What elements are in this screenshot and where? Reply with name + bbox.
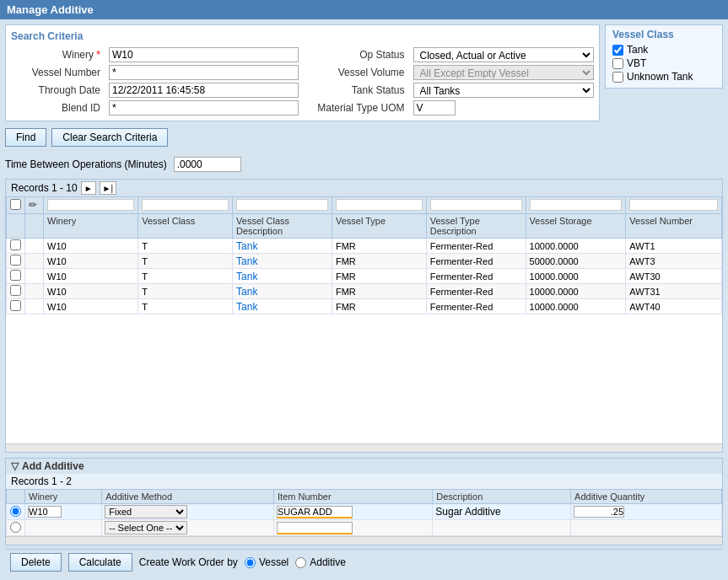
- tank-status-select[interactable]: All Tanks Active Tanks: [413, 83, 595, 98]
- filter-row: ✏: [7, 197, 722, 214]
- records-count-label: Records 1 - 10: [11, 182, 78, 194]
- find-button[interactable]: Find: [5, 128, 46, 147]
- additive-row: Fixed -- Select One -- Sugar Additive: [7, 504, 722, 520]
- blend-id-label: Blend ID: [11, 102, 104, 114]
- vessel-class-desc-link[interactable]: Tank: [236, 286, 257, 298]
- column-header-row: Winery Vessel Class Vessel Class Descrip…: [7, 214, 722, 239]
- filter-vessel-class[interactable]: [142, 199, 229, 211]
- vessel-volume-label: Vessel Volume: [307, 67, 408, 78]
- vessel-volume-select[interactable]: All Except Empty Vessel All Vessels: [413, 65, 595, 80]
- winery-label: Winery *: [11, 49, 104, 61]
- unknown-tank-checkbox[interactable]: [612, 72, 623, 83]
- additive-tbody: Fixed -- Select One -- Sugar Additive: [7, 504, 722, 536]
- table-row: W10 T Tank FMR Fermenter-Red 10000.0000 …: [7, 299, 722, 314]
- records-header: Records 1 - 10 ► ►|: [6, 180, 722, 196]
- time-between-ops-label: Time Between Operations (Minutes): [5, 158, 167, 170]
- col-vessel-type: Vessel Type: [332, 214, 426, 239]
- material-type-uom-label: Material Type UOM: [307, 102, 408, 114]
- additive-radio[interactable]: [295, 557, 306, 568]
- create-work-order-label: Create Work Order by: [139, 556, 238, 568]
- additive-description: Sugar Additive: [435, 506, 500, 518]
- vessel-radio-label: Vessel: [259, 556, 289, 568]
- additive-winery-input[interactable]: [28, 506, 62, 518]
- vessel-class-desc-link[interactable]: Tank: [236, 240, 257, 252]
- winery-input[interactable]: [109, 47, 299, 62]
- additive-col-winery: Winery: [25, 490, 102, 504]
- filter-vessel-class-desc[interactable]: [236, 199, 328, 211]
- additive-radio-group: Additive: [295, 556, 346, 568]
- next-page-button[interactable]: ►: [81, 181, 96, 195]
- button-row: Find Clear Search Criteria: [5, 125, 723, 150]
- additive-item-number-input[interactable]: [277, 506, 353, 518]
- additive-col-quantity: Additive Quantity: [571, 490, 722, 504]
- through-date-label: Through Date: [11, 84, 104, 96]
- vessel-number-input[interactable]: [109, 65, 299, 80]
- page-title: Manage Additive: [0, 0, 728, 19]
- col-vessel-class-desc: Vessel Class Description: [233, 214, 332, 239]
- additive-table: Winery Additive Method Item Number Descr…: [6, 489, 722, 536]
- additive-horizontal-scrollbar[interactable]: [6, 536, 722, 545]
- vessel-class-desc-link[interactable]: Tank: [236, 271, 257, 282]
- vessel-class-vbt-row: VBT: [612, 57, 715, 69]
- additive-new-item-input[interactable]: [277, 522, 353, 534]
- add-additive-section: ▽ Add Additive Records 1 - 2 Winery Addi…: [5, 458, 723, 545]
- blend-id-input[interactable]: [109, 100, 299, 115]
- filter-vessel-storage[interactable]: [530, 199, 623, 211]
- vessel-class-panel: Vessel Class Tank VBT Unknown Tank: [605, 24, 723, 89]
- additive-col-description: Description: [433, 490, 571, 504]
- additive-col-method: Additive Method: [102, 490, 274, 504]
- col-vessel-class: Vessel Class: [138, 214, 233, 239]
- additive-quantity-input[interactable]: [574, 506, 624, 518]
- additive-new-row-radio[interactable]: [10, 522, 21, 533]
- collapse-button[interactable]: ▽: [11, 460, 19, 472]
- bottom-bar: Delete Calculate Create Work Order by Ve…: [5, 549, 723, 575]
- through-date-input[interactable]: [109, 83, 299, 98]
- vbt-checkbox[interactable]: [612, 58, 623, 69]
- row-checkbox[interactable]: [10, 270, 21, 281]
- row-checkbox[interactable]: [10, 300, 21, 311]
- filter-vessel-number[interactable]: [629, 199, 718, 211]
- vessel-class-desc-link[interactable]: Tank: [236, 255, 257, 267]
- additive-row-radio[interactable]: [10, 506, 21, 517]
- search-left-fields: Winery * Vessel Number Through Date Blen…: [11, 47, 299, 115]
- col-winery: Winery: [44, 214, 138, 239]
- additive-col-item: Item Number: [274, 490, 433, 504]
- vessel-radio-group: Vessel: [245, 556, 289, 568]
- row-checkbox[interactable]: [10, 255, 21, 266]
- row-checkbox[interactable]: [10, 285, 21, 296]
- additive-column-headers: Winery Additive Method Item Number Descr…: [7, 490, 722, 504]
- additive-radio-label: Additive: [310, 556, 346, 568]
- material-type-uom-input[interactable]: [413, 100, 456, 115]
- horizontal-scrollbar[interactable]: [6, 443, 722, 452]
- page-container: Manage Additive Search Criteria Winery *: [0, 0, 728, 580]
- filter-vessel-type-desc[interactable]: [430, 199, 522, 211]
- additive-method-select[interactable]: Fixed -- Select One --: [105, 505, 187, 518]
- tank-status-label: Tank Status: [307, 84, 408, 96]
- table-row: W10 T Tank FMR Fermenter-Red 10000.0000 …: [7, 239, 722, 254]
- tank-checkbox[interactable]: [612, 45, 623, 56]
- edit-icon: ✏: [29, 199, 37, 211]
- filter-vessel-type[interactable]: [336, 199, 423, 211]
- col-vessel-type-desc: Vessel Type Description: [426, 214, 526, 239]
- additive-method-new-select[interactable]: -- Select One -- Fixed: [105, 521, 187, 534]
- additive-records-header: Records 1 - 2: [6, 474, 722, 489]
- vessel-class-desc-link[interactable]: Tank: [236, 301, 257, 313]
- clear-search-button[interactable]: Clear Search Criteria: [51, 128, 168, 147]
- last-page-button[interactable]: ►|: [100, 181, 117, 195]
- calculate-button[interactable]: Calculate: [68, 553, 132, 572]
- select-all-checkbox[interactable]: [10, 199, 21, 210]
- op-status-select[interactable]: Closed, Actual or Active Active Closed: [413, 47, 595, 62]
- row-checkbox[interactable]: [10, 239, 21, 250]
- additive-new-row: -- Select One -- Fixed: [7, 520, 722, 536]
- vessel-class-tank-row: Tank: [612, 44, 715, 56]
- col-vessel-number: Vessel Number: [626, 214, 722, 239]
- delete-button[interactable]: Delete: [10, 553, 62, 572]
- vessel-radio[interactable]: [245, 557, 256, 568]
- search-criteria-panel: Search Criteria Winery * Vessel Number: [5, 24, 600, 121]
- time-between-ops-row: Time Between Operations (Minutes): [5, 153, 723, 175]
- time-between-ops-input[interactable]: [174, 157, 241, 172]
- search-middle-fields: Op Status Closed, Actual or Active Activ…: [307, 47, 595, 115]
- filter-winery[interactable]: [47, 199, 134, 211]
- table-row: W10 T Tank FMR Fermenter-Red 10000.0000 …: [7, 269, 722, 284]
- records-table-container[interactable]: ✏ Winery Ve: [6, 196, 722, 443]
